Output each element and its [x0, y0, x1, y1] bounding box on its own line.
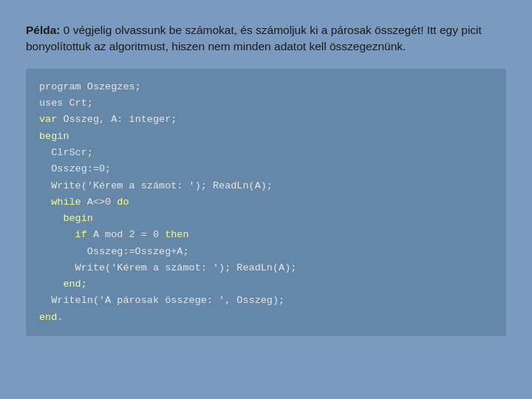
description-bold-label: Példa: — [26, 24, 61, 36]
code-line-1: program Oszegzes; — [39, 81, 141, 92]
code-line-15: end. — [39, 312, 63, 323]
code-line-10: if A mod 2 = 0 then — [39, 229, 189, 240]
code-line-3: var Osszeg, A: integer; — [39, 114, 177, 125]
code-line-4: begin — [39, 131, 69, 142]
slide-container: Példa: 0 végjelig olvassunk be számokat,… — [0, 0, 532, 399]
code-line-13: end; — [39, 279, 87, 290]
description-rest-text: 0 végjelig olvassunk be számokat, és szá… — [26, 24, 482, 52]
code-line-6: Osszeg:=0; — [39, 163, 111, 174]
code-line-9: begin — [39, 213, 93, 224]
code-line-2: uses Crt; — [39, 98, 93, 109]
code-line-8: while A<>0 do — [39, 197, 129, 208]
code-line-14: Writeln('A párosak összege: ', Osszeg); — [39, 295, 284, 306]
code-line-11: Osszeg:=Osszeg+A; — [39, 246, 189, 257]
description-paragraph: Példa: 0 végjelig olvassunk be számokat,… — [26, 22, 506, 55]
code-line-12: Write('Kérem a számot: '); ReadLn(A); — [39, 262, 296, 273]
code-block: program Oszegzes; uses Crt; var Osszeg, … — [26, 69, 506, 336]
code-line-5: ClrScr; — [39, 147, 93, 158]
code-line-7: Write('Kérem a számot: '); ReadLn(A); — [39, 180, 273, 191]
